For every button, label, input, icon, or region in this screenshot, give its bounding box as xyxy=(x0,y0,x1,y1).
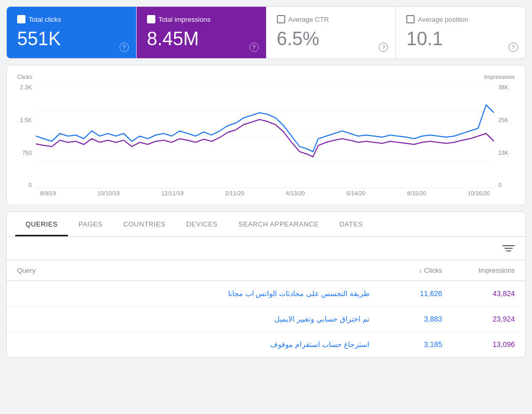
y-right-tick-1: 38K xyxy=(498,84,509,90)
col-header-query: Query xyxy=(17,266,369,274)
col-header-impressions: Impressions xyxy=(442,266,515,274)
total-impressions-help[interactable]: ? xyxy=(249,43,259,52)
query-text-1[interactable]: طريقة التجسس على محادثات الواتس اب مجانا xyxy=(17,289,369,298)
table-row: استرجاع حساب استقرام موقوف 3,185 13,096 xyxy=(7,332,525,357)
table-header: Query ↓ Clicks Impressions xyxy=(7,260,525,281)
x-tick-4: 2/11/20 xyxy=(225,190,244,196)
y-left-tick-3: 750 xyxy=(22,150,32,156)
y-right-label: Impressions xyxy=(484,74,515,80)
metric-average-ctr[interactable]: Average CTR 6.5% ? xyxy=(267,7,396,58)
impressions-val-1: 43,824 xyxy=(442,289,515,298)
y-axis-left: 2.3K 1.5K 750 0 xyxy=(17,84,36,188)
filter-line-2 xyxy=(504,248,513,249)
metric-average-position[interactable]: Average position 10.1 ? xyxy=(396,7,525,58)
filter-line-3 xyxy=(506,250,511,251)
sort-arrow: ↓ xyxy=(419,267,422,274)
filter-row xyxy=(7,237,525,260)
filter-icon[interactable] xyxy=(502,242,515,255)
average-ctr-label: Average CTR xyxy=(288,16,329,23)
tabs-bar: QUERIES PAGES COUNTRIES DEVICES SEARCH A… xyxy=(7,212,525,237)
total-impressions-value: 8.45M xyxy=(147,28,256,50)
average-ctr-value: 6.5% xyxy=(277,28,385,50)
average-position-label: Average position xyxy=(418,16,468,23)
y-left-label: Clicks xyxy=(17,74,32,80)
tab-queries[interactable]: QUERIES xyxy=(15,212,68,236)
clicks-val-2: 3,883 xyxy=(369,315,442,323)
impressions-val-2: 23,924 xyxy=(442,315,515,323)
metric-total-clicks[interactable]: Total clicks 551K ? xyxy=(7,7,137,58)
total-impressions-label: Total impressions xyxy=(158,16,210,23)
y-left-tick-1: 2.3K xyxy=(20,84,32,90)
y-axis-right: 38K 25K 13K 0 xyxy=(494,84,515,188)
y-left-tick-2: 1.5K xyxy=(20,117,32,123)
clicks-val-1: 11,626 xyxy=(369,289,442,298)
total-clicks-label: Total clicks xyxy=(29,16,61,23)
table-row: طريقة التجسس على محادثات الواتس اب مجانا… xyxy=(7,281,525,306)
y-right-tick-3: 13K xyxy=(498,150,509,156)
impressions-val-3: 13,096 xyxy=(442,340,515,349)
table-row: تم اختراق حسابي وتغيير الايميل 3,883 23,… xyxy=(7,306,525,332)
chart-area xyxy=(36,84,494,188)
query-text-3[interactable]: استرجاع حساب استقرام موقوف xyxy=(17,340,369,349)
average-position-help[interactable]: ? xyxy=(509,43,518,52)
average-ctr-checkbox[interactable] xyxy=(277,15,285,23)
tabs-section: QUERIES PAGES COUNTRIES DEVICES SEARCH A… xyxy=(6,211,526,357)
x-tick-6: 6/14/20 xyxy=(347,190,366,196)
tab-devices[interactable]: DEVICES xyxy=(176,212,228,236)
y-right-tick-4: 0 xyxy=(498,182,501,188)
filter-line-1 xyxy=(502,245,515,246)
x-tick-5: 4/13/20 xyxy=(286,190,305,196)
total-clicks-value: 551K xyxy=(17,28,126,50)
tab-countries[interactable]: COUNTRIES xyxy=(113,212,176,236)
total-clicks-help[interactable]: ? xyxy=(119,43,129,52)
y-right-tick-2: 25K xyxy=(498,117,509,123)
chart-container: Clicks Impressions 2.3K 1.5K 750 0 xyxy=(6,65,526,205)
x-tick-2: 10/10/19 xyxy=(98,190,120,196)
average-position-checkbox[interactable] xyxy=(406,15,415,23)
average-ctr-help[interactable]: ? xyxy=(379,43,388,52)
x-tick-3: 12/11/19 xyxy=(161,190,183,196)
tab-dates[interactable]: DATES xyxy=(329,212,373,236)
query-text-2[interactable]: تم اختراق حسابي وتغيير الايميل xyxy=(17,315,369,323)
x-axis-labels: 8/9/19 10/10/19 12/11/19 2/11/20 4/13/20… xyxy=(17,190,515,196)
clicks-val-3: 3,185 xyxy=(369,340,442,349)
tab-pages[interactable]: PAGES xyxy=(68,212,113,236)
average-position-value: 10.1 xyxy=(406,28,515,50)
x-tick-8: 10/16/20 xyxy=(468,190,490,196)
tab-search-appearance[interactable]: SEARCH APPEARANCE xyxy=(228,212,329,236)
col-header-clicks[interactable]: ↓ Clicks xyxy=(369,266,442,274)
y-left-tick-4: 0 xyxy=(29,182,32,188)
metrics-row: Total clicks 551K ? Total impressions 8.… xyxy=(6,6,526,59)
metric-total-impressions[interactable]: Total impressions 8.45M ? xyxy=(137,7,267,58)
total-clicks-checkbox[interactable] xyxy=(17,15,25,23)
chart-svg xyxy=(36,84,494,188)
total-impressions-checkbox[interactable] xyxy=(147,15,155,23)
x-tick-7: 8/15/20 xyxy=(407,190,426,196)
x-tick-1: 8/9/19 xyxy=(40,190,56,196)
